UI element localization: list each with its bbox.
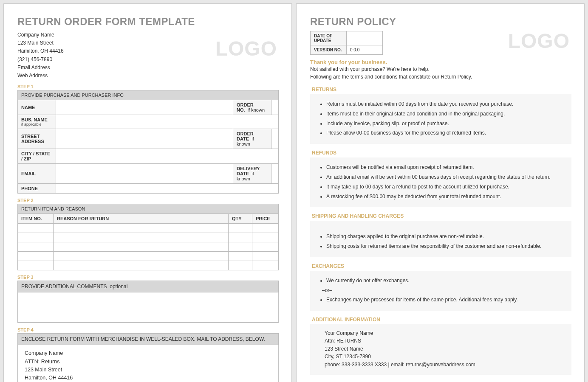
- col-reason: REASON FOR RETURN: [54, 214, 229, 224]
- input-busname[interactable]: [56, 115, 233, 129]
- step2-header: RETURN ITEM AND REASON: [18, 204, 279, 214]
- input-csz[interactable]: [56, 149, 233, 164]
- policy-title: RETURN POLICY: [310, 16, 571, 28]
- step2-label: STEP 2: [17, 198, 279, 203]
- mail-name: Company Name: [25, 349, 271, 357]
- company-web: Web Address: [17, 72, 279, 80]
- step1-label: STEP 1: [17, 84, 279, 89]
- addl-line: Your Company Name: [325, 329, 565, 337]
- input-delivery[interactable]: [271, 164, 279, 184]
- addl-line: City, ST 12345-7890: [325, 353, 565, 361]
- input-street[interactable]: [56, 129, 233, 149]
- input-phone[interactable]: [56, 184, 233, 194]
- returns-item: Returns must be initiated within 00 days…: [326, 99, 565, 109]
- exchanges-item: Exchanges may be processed for items of …: [326, 295, 565, 305]
- returns-item: Include any invoice, packing slip, or pr…: [326, 119, 565, 129]
- company-email: Email Address: [17, 64, 279, 72]
- input-spacer[interactable]: [233, 115, 279, 129]
- col-qty: QTY: [229, 214, 252, 224]
- label-name: NAME: [18, 100, 56, 115]
- value-date-update[interactable]: [347, 31, 383, 45]
- addl-line: 123 Street Name: [325, 345, 565, 353]
- additional-body: Your Company Name Attn: RETURNS 123 Stre…: [310, 324, 571, 375]
- policy-meta-table: DATE OF UPDATE VERSION NO. 0.0.0: [310, 31, 383, 55]
- input-spacer-2[interactable]: [233, 149, 279, 164]
- label-date-update: DATE OF UPDATE: [311, 31, 347, 45]
- step3-label: STEP 3: [17, 275, 279, 280]
- logo-placeholder: LOGO: [215, 37, 277, 60]
- addl-line: phone: 333-333-3333 X333 | email: return…: [325, 361, 565, 369]
- purchaser-info-table: PROVIDE PURCHASE AND PURCHASER INFO NAME…: [17, 90, 279, 194]
- logo-placeholder: LOGO: [508, 29, 570, 53]
- label-orderdate: ORDER DATE if known: [233, 129, 271, 149]
- exchanges-item: We currently do not offer exchanges.: [326, 276, 565, 286]
- label-busname: BUS. NAMEif applicable: [18, 115, 56, 129]
- additional-title: ADDITIONAL INFORMATION: [310, 317, 571, 323]
- returns-body: Returns must be initiated within 00 days…: [310, 94, 571, 144]
- step3-header: PROVIDE ADDITIONAL COMMENTS optional: [17, 281, 279, 292]
- refunds-item: A restocking fee of $00.00 may be deduct…: [326, 192, 565, 202]
- return-order-form-page: RETURN ORDER FORM TEMPLATE Company Name …: [3, 3, 292, 382]
- input-spacer-3[interactable]: [233, 184, 279, 194]
- page-title: RETURN ORDER FORM TEMPLATE: [17, 16, 279, 28]
- mail-city: Hamilton, OH 44416: [25, 374, 271, 382]
- input-name[interactable]: [56, 100, 233, 115]
- refunds-item: Customers will be notified via email upo…: [326, 163, 565, 172]
- returns-item: Items must be in their original state an…: [326, 109, 565, 119]
- item-row: [18, 261, 279, 270]
- exchanges-body: We currently do not offer exchanges. –or…: [310, 271, 571, 311]
- refunds-item: An additional email will be sent within …: [326, 172, 565, 182]
- label-email: EMAIL: [18, 164, 56, 184]
- shipping-body: Shipping charges applied to the original…: [310, 221, 571, 257]
- label-phone: PHONE: [18, 184, 56, 194]
- comments-input[interactable]: [17, 292, 279, 323]
- refunds-title: REFUNDS: [310, 150, 571, 156]
- step4-label: STEP 4: [17, 327, 279, 332]
- input-orderno[interactable]: [271, 100, 279, 115]
- shipping-title: SHIPPING AND HANDLING CHARGES: [310, 213, 571, 219]
- step1-header: PROVIDE PURCHASE AND PURCHASER INFO: [18, 90, 279, 100]
- label-street: STREET ADDRESS: [18, 129, 56, 149]
- label-csz: CITY / STATE / ZIP: [18, 149, 56, 164]
- shipping-item: Shipping costs for returned items are th…: [326, 242, 565, 251]
- label-orderno: ORDER NO. if known: [233, 100, 271, 115]
- label-delivery: DELIVERY DATE if known: [233, 164, 271, 184]
- item-row: [18, 224, 279, 233]
- mail-to-block: Company Name ATTN: Returns 123 Main Stre…: [17, 345, 279, 382]
- label-version: VERSION NO.: [311, 45, 347, 55]
- intro-block: Not satisfied with your purchase? We're …: [310, 65, 571, 81]
- addl-line: Attn: RETURNS: [325, 337, 565, 345]
- value-version[interactable]: 0.0.0: [347, 45, 383, 55]
- exchanges-or: –or–: [317, 286, 565, 295]
- input-email[interactable]: [56, 164, 233, 184]
- item-row: [18, 233, 279, 242]
- refunds-body: Customers will be notified via email upo…: [310, 157, 571, 207]
- col-price: PRICE: [252, 214, 279, 224]
- exchanges-title: EXCHANGES: [310, 263, 571, 269]
- document-wrapper: RETURN ORDER FORM TEMPLATE Company Name …: [3, 3, 585, 382]
- shipping-item: Shipping charges applied to the original…: [326, 232, 565, 242]
- returns-title: RETURNS: [310, 87, 571, 93]
- mail-attn: ATTN: Returns: [25, 358, 271, 366]
- returns-item: Please allow 00-00 business days for the…: [326, 128, 565, 138]
- col-itemno: ITEM NO.: [18, 214, 54, 224]
- return-items-table: RETURN ITEM AND REASON ITEM NO. REASON F…: [17, 204, 279, 270]
- thank-you-line: Thank you for your business.: [310, 59, 571, 65]
- step4-header: ENCLOSE RETURN FORM WITH MERCHANDISE IN …: [17, 333, 279, 345]
- return-policy-page: RETURN POLICY LOGO DATE OF UPDATE VERSIO…: [296, 3, 585, 382]
- item-row: [18, 242, 279, 252]
- refunds-item: It may take up to 00 days for a refund t…: [326, 182, 565, 192]
- mail-street: 123 Main Street: [25, 366, 271, 374]
- item-row: [18, 252, 279, 261]
- input-orderdate[interactable]: [271, 129, 279, 149]
